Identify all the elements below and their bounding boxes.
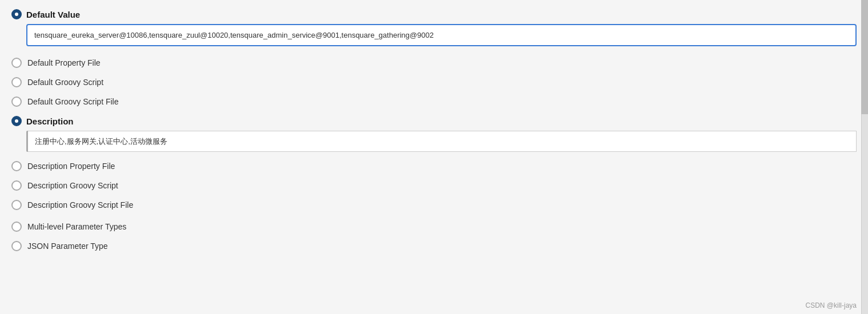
default-value-label: Default Value	[26, 10, 80, 19]
description-section: Description	[11, 116, 857, 152]
multi-level-parameter-row: Multi-level Parameter Types	[11, 217, 857, 236]
default-value-input[interactable]	[26, 24, 857, 46]
description-groovy-script-row: Description Groovy Script	[11, 176, 857, 195]
description-groovy-script-radio[interactable]	[11, 180, 22, 191]
description-radio[interactable]	[11, 116, 22, 126]
bottom-options: Multi-level Parameter Types JSON Paramet…	[11, 217, 857, 256]
json-parameter-label: JSON Parameter Type	[27, 241, 108, 251]
json-parameter-row: JSON Parameter Type	[11, 236, 857, 256]
default-groovy-script-label: Default Groovy Script	[27, 78, 103, 87]
default-groovy-script-file-radio[interactable]	[11, 96, 22, 107]
default-value-radio[interactable]	[11, 9, 22, 19]
scrollbar-thumb[interactable]	[861, 0, 868, 114]
description-input-wrapper	[26, 131, 857, 152]
scrollbar[interactable]	[861, 0, 868, 314]
default-value-section: Default Value	[11, 9, 857, 46]
json-parameter-radio[interactable]	[11, 241, 22, 251]
default-groovy-script-radio[interactable]	[11, 77, 22, 87]
description-property-file-row: Description Property File	[11, 156, 857, 176]
default-radio-options: Default Property File Default Groovy Scr…	[11, 53, 857, 111]
main-content: Default Value Default Property File Defa…	[0, 0, 868, 314]
default-property-file-row: Default Property File	[11, 53, 857, 73]
description-groovy-script-file-label: Description Groovy Script File	[27, 200, 133, 210]
default-groovy-script-row: Default Groovy Script	[11, 73, 857, 92]
page-container: Default Value Default Property File Defa…	[0, 0, 868, 314]
description-groovy-script-file-row: Description Groovy Script File	[11, 195, 857, 215]
default-value-input-wrapper	[11, 24, 857, 46]
multi-level-parameter-label: Multi-level Parameter Types	[27, 222, 126, 231]
description-input[interactable]	[28, 131, 857, 152]
description-property-file-label: Description Property File	[27, 162, 115, 171]
watermark: CSDN @kill-jaya	[805, 301, 857, 309]
description-groovy-script-file-radio[interactable]	[11, 200, 22, 210]
description-label: Description	[26, 116, 74, 126]
default-property-file-radio[interactable]	[11, 58, 22, 68]
default-groovy-script-file-label: Default Groovy Script File	[27, 97, 119, 106]
description-groovy-script-label: Description Groovy Script	[27, 181, 118, 190]
default-property-file-label: Default Property File	[27, 58, 101, 67]
description-property-file-radio[interactable]	[11, 161, 22, 171]
description-radio-options: Description Property File Description Gr…	[11, 156, 857, 215]
default-groovy-script-file-row: Default Groovy Script File	[11, 92, 857, 111]
default-value-title: Default Value	[11, 9, 857, 19]
multi-level-parameter-radio[interactable]	[11, 222, 22, 232]
description-title-row: Description	[11, 116, 857, 126]
